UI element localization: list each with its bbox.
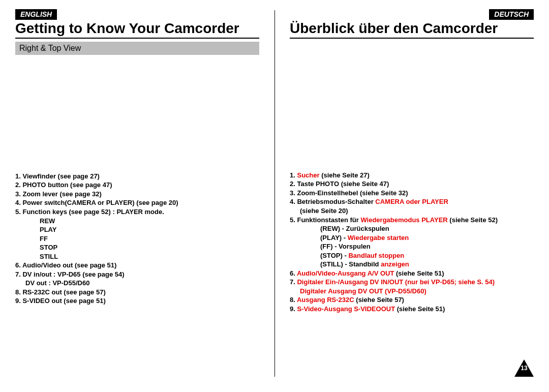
list-item: 1. Sucher (siehe Seite 27) <box>290 171 534 180</box>
list-item: 9. S-Video-Ausgang S-VIDEOOUT (siehe Sei… <box>290 305 534 314</box>
section-title-right: Überblick über den Camcorder <box>290 21 534 37</box>
highlight: Digitaler Ausgang DV OUT (VP-D55/D60) <box>300 287 426 295</box>
list-subitem: (STILL) - Standbild anzeigen <box>290 260 534 269</box>
text: (siehe Seite 57) <box>356 296 404 304</box>
figure-placeholder-right <box>290 39 534 171</box>
language-tab-deutsch: DEUTSCH <box>489 9 534 20</box>
right-column: DEUTSCH Überblick über den Camcorder 1. … <box>274 9 534 392</box>
text: (siehe Seite 51) <box>396 269 444 277</box>
list-subitem: FF <box>15 234 259 244</box>
highlight: Digitaler Ein-/Ausgang DV IN/OUT (nur be… <box>297 278 495 286</box>
center-divider <box>274 10 275 377</box>
language-row-right: DEUTSCH <box>290 9 534 20</box>
list-subitem: REW <box>15 217 259 226</box>
list-subitem: PLAY <box>15 225 259 234</box>
text: 1. <box>290 171 297 179</box>
list-item: 1. Viewfinder (see page 27) <box>15 172 259 181</box>
list-item: 4. Power switch(CAMERA or PLAYER) (see p… <box>15 198 259 207</box>
text: (siehe Seite 52) <box>449 216 498 224</box>
text: 7. <box>290 278 297 286</box>
highlight: Wiedergabe starten <box>348 234 409 242</box>
section-title-left: Getting to Know Your Camcorder <box>15 21 259 37</box>
page-number-badge: 13 <box>514 359 534 377</box>
list-item: 6. Audio/Video out (see page 51) <box>15 261 259 270</box>
feature-list-right: 1. Sucher (siehe Seite 27) 2. Taste PHOT… <box>290 171 534 314</box>
text: (STILL) - Standbild <box>320 260 381 268</box>
text: 5. Funktionstasten für <box>290 216 360 224</box>
feature-list-left: 1. Viewfinder (see page 27) 2. PHOTO but… <box>15 172 259 306</box>
list-subitem: (REW) - Zurückspulen <box>290 224 534 233</box>
highlight: S-Video-Ausgang S-VIDEOOUT <box>297 305 396 313</box>
manual-page: ENGLISH Getting to Know Your Camcorder R… <box>0 0 549 392</box>
list-item: 8. Ausgang RS-232C (siehe Seite 57) <box>290 295 534 305</box>
text: (STOP) - <box>320 252 348 259</box>
text: (siehe Seite 51) <box>397 305 445 313</box>
list-item: 6. Audio/Video-Ausgang A/V OUT (siehe Se… <box>290 269 534 278</box>
text: 6. <box>290 269 297 277</box>
highlight: Ausgang RS-232C <box>297 296 356 304</box>
title-rule-left <box>15 38 259 39</box>
list-subitem: STILL <box>15 252 259 261</box>
list-item: 3. Zoom lever (see page 32) <box>15 190 259 199</box>
list-subitem: (PLAY) - Wiedergabe starten <box>290 233 534 243</box>
list-subitem: STOP <box>15 243 259 252</box>
highlight: CAMERA oder PLAYER <box>375 198 448 205</box>
list-subitem: (siehe Seite 20) <box>290 206 534 216</box>
list-item: 2. PHOTO button (see page 47) <box>15 180 259 190</box>
highlight: Sucher <box>297 171 321 179</box>
list-subitem: (FF) - Vorspulen <box>290 242 534 251</box>
list-item: 5. Function keys (see page 52) : PLAYER … <box>15 207 259 217</box>
highlight: Bandlauf stoppen <box>348 252 404 259</box>
list-item: 7. Digitaler Ein-/Ausgang DV IN/OUT (nur… <box>290 278 534 287</box>
left-column: ENGLISH Getting to Know Your Camcorder R… <box>15 9 274 392</box>
list-subitem: DV out : VP-D55/D60 <box>15 279 259 288</box>
language-tab-english: ENGLISH <box>15 9 57 20</box>
list-item: 4. Betriebsmodus-Schalter CAMERA oder PL… <box>290 197 534 206</box>
list-subitem: Digitaler Ausgang DV OUT (VP-D55/D60) <box>290 287 534 296</box>
text: (PLAY) - <box>320 234 348 242</box>
list-item: 7. DV in/out : VP-D65 (see page 54) <box>15 270 259 279</box>
list-item: 9. S-VIDEO out (see page 51) <box>15 296 259 306</box>
highlight: anzeigen <box>381 260 409 268</box>
subheading-left: Right & Top View <box>15 42 259 55</box>
list-item: 5. Funktionstasten für Wiedergabemodus P… <box>290 216 534 225</box>
page-number: 13 <box>521 365 527 372</box>
list-item: 8. RS-232C out (see page 57) <box>15 288 259 297</box>
list-item: 2. Taste PHOTO (siehe Seite 47) <box>290 179 534 189</box>
list-subitem: (STOP) - Bandlauf stoppen <box>290 251 534 260</box>
highlight: Wiedergabemodus PLAYER <box>360 216 449 224</box>
list-item: 3. Zoom-Einstellhebel (siehe Seite 32) <box>290 189 534 198</box>
text: (siehe Seite 27) <box>321 171 370 179</box>
highlight: Audio/Video-Ausgang A/V OUT <box>297 269 396 277</box>
text: 4. Betriebsmodus-Schalter <box>290 198 375 205</box>
text: 8. <box>290 296 297 304</box>
figure-placeholder-left <box>15 55 259 172</box>
language-row-left: ENGLISH <box>15 9 259 20</box>
text: 9. <box>290 305 297 313</box>
